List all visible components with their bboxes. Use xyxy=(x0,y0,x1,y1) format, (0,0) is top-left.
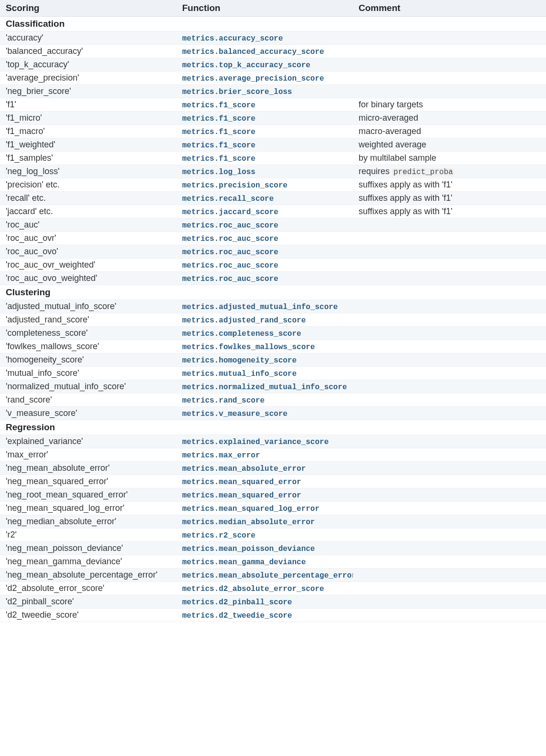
function-cell: metrics.adjusted_rand_score xyxy=(176,313,353,327)
function-link[interactable]: metrics.completeness_score xyxy=(182,330,301,338)
function-link[interactable]: metrics.mean_absolute_error xyxy=(182,465,306,473)
function-link[interactable]: metrics.f1_score xyxy=(182,155,256,163)
function-link[interactable]: metrics.mean_squared_log_error xyxy=(182,505,319,513)
header-comment: Comment xyxy=(353,0,546,17)
scoring-cell: 'normalized_mutual_info_score' xyxy=(0,380,176,394)
table-row: 'neg_mean_poisson_deviance'metrics.mean_… xyxy=(0,542,546,555)
function-cell: metrics.f1_score xyxy=(176,138,353,152)
scoring-value: 'balanced_accuracy' xyxy=(6,46,83,56)
function-link[interactable]: metrics.f1_score xyxy=(182,114,256,123)
function-link[interactable]: metrics.explained_variance_score xyxy=(182,438,329,446)
scoring-cell: 'max_error' xyxy=(0,448,176,462)
comment-cell xyxy=(353,502,546,515)
scoring-value: 'normalized_mutual_info_score' xyxy=(6,382,126,391)
function-link[interactable]: metrics.mutual_info_score xyxy=(182,370,297,378)
comment-cell: for binary targets xyxy=(353,98,546,112)
function-cell: metrics.f1_score xyxy=(176,112,353,125)
function-link[interactable]: metrics.roc_auc_score xyxy=(182,235,278,243)
function-link[interactable]: metrics.roc_auc_score xyxy=(182,221,278,230)
function-link[interactable]: metrics.f1_score xyxy=(182,141,256,150)
function-link[interactable]: metrics.homogeneity_score xyxy=(182,356,297,365)
comment-text: suffixes apply as with 'f1' xyxy=(359,180,453,189)
table-row: 'explained_variance'metrics.explained_va… xyxy=(0,435,546,448)
table-row: 'f1_samples'metrics.f1_scoreby multilabe… xyxy=(0,152,546,165)
table-row: 'roc_auc_ovo_weighted'metrics.roc_auc_sc… xyxy=(0,272,546,285)
function-link[interactable]: metrics.jaccard_score xyxy=(182,208,278,217)
function-cell: metrics.mean_gamma_deviance xyxy=(176,555,353,569)
scoring-value: 'jaccard' etc. xyxy=(6,207,53,216)
function-link[interactable]: metrics.mean_poisson_deviance xyxy=(182,545,315,553)
comment-cell xyxy=(353,394,546,407)
comment-cell xyxy=(353,85,546,98)
function-link[interactable]: metrics.log_loss xyxy=(182,168,256,176)
comment-cell xyxy=(353,58,546,72)
table-row: 'neg_median_absolute_error'metrics.media… xyxy=(0,515,546,528)
scoring-cell: 'neg_root_mean_squared_error' xyxy=(0,488,176,502)
function-link[interactable]: metrics.average_precision_score xyxy=(182,74,324,83)
table-row: 'adjusted_mutual_info_score'metrics.adju… xyxy=(0,300,546,313)
function-link[interactable]: metrics.mean_absolute_percentage_error xyxy=(182,571,353,580)
function-link[interactable]: metrics.mean_gamma_deviance xyxy=(182,558,306,567)
function-cell: metrics.precision_score xyxy=(176,178,353,192)
function-link[interactable]: metrics.recall_score xyxy=(182,195,274,203)
scoring-cell: 'neg_mean_gamma_deviance' xyxy=(0,555,176,569)
scoring-value: 'adjusted_mutual_info_score' xyxy=(6,301,116,311)
scoring-cell: 'average_precision' xyxy=(0,72,176,85)
function-link[interactable]: metrics.f1_score xyxy=(182,101,256,110)
function-link[interactable]: metrics.v_measure_score xyxy=(182,410,288,418)
scoring-value: 'average_precision' xyxy=(6,73,79,83)
function-link[interactable]: metrics.d2_absolute_error_score xyxy=(182,585,324,593)
table-row: 'f1_micro'metrics.f1_scoremicro-averaged xyxy=(0,112,546,125)
function-link[interactable]: metrics.d2_pinball_score xyxy=(182,598,292,607)
comment-text: suffixes apply as with 'f1' xyxy=(359,207,453,216)
scoring-cell: 'v_measure_score' xyxy=(0,407,176,420)
function-link[interactable]: metrics.roc_auc_score xyxy=(182,248,278,257)
comment-cell: requires predict_proba xyxy=(353,165,546,178)
function-cell: metrics.mean_absolute_percentage_error xyxy=(176,569,353,582)
function-link[interactable]: metrics.accuracy_score xyxy=(182,34,283,43)
function-link[interactable]: metrics.f1_score xyxy=(182,128,256,136)
function-link[interactable]: metrics.fowlkes_mallows_score xyxy=(182,343,315,352)
table-row: 'neg_brier_score'metrics.brier_score_los… xyxy=(0,85,546,98)
function-link[interactable]: metrics.median_absolute_error xyxy=(182,518,315,527)
comment-cell: micro-averaged xyxy=(353,112,546,125)
function-link[interactable]: metrics.mean_squared_error xyxy=(182,491,301,500)
scoring-value: 'recall' etc. xyxy=(6,193,46,203)
scoring-value: 'fowlkes_mallows_score' xyxy=(6,342,99,351)
function-link[interactable]: metrics.top_k_accuracy_score xyxy=(182,61,310,70)
function-link[interactable]: metrics.mean_squared_error xyxy=(182,478,301,487)
header-scoring: Scoring xyxy=(0,0,176,17)
function-link[interactable]: metrics.r2_score xyxy=(182,531,256,540)
comment-cell xyxy=(353,232,546,245)
function-link[interactable]: metrics.adjusted_mutual_info_score xyxy=(182,303,338,311)
scoring-cell: 'neg_median_absolute_error' xyxy=(0,515,176,528)
scoring-value: 'f1' xyxy=(6,100,16,109)
comment-cell xyxy=(353,45,546,58)
table-row: 'max_error'metrics.max_error xyxy=(0,448,546,462)
function-link[interactable]: metrics.d2_tweedie_score xyxy=(182,611,292,620)
comment-text: suffixes apply as with 'f1' xyxy=(359,193,453,203)
scoring-cell: 'neg_mean_squared_error' xyxy=(0,475,176,488)
function-link[interactable]: metrics.normalized_mutual_info_score xyxy=(182,383,347,392)
function-cell: metrics.d2_pinball_score xyxy=(176,595,353,609)
comment-cell xyxy=(353,313,546,327)
scoring-value: 'f1_macro' xyxy=(6,126,45,136)
function-link[interactable]: metrics.precision_score xyxy=(182,181,288,190)
function-link[interactable]: metrics.brier_score_loss xyxy=(182,88,292,96)
function-link[interactable]: metrics.adjusted_rand_score xyxy=(182,316,306,325)
function-link[interactable]: metrics.roc_auc_score xyxy=(182,275,278,283)
function-link[interactable]: metrics.max_error xyxy=(182,451,260,460)
scoring-cell: 'neg_log_loss' xyxy=(0,165,176,178)
table-row: 'f1_macro'metrics.f1_scoremacro-averaged xyxy=(0,125,546,138)
function-link[interactable]: metrics.rand_score xyxy=(182,396,265,405)
scoring-cell: 'rand_score' xyxy=(0,394,176,407)
scoring-value: 'precision' etc. xyxy=(6,180,60,189)
scoring-value: 'neg_root_mean_squared_error' xyxy=(6,490,128,499)
table-row: 'v_measure_score'metrics.v_measure_score xyxy=(0,407,546,420)
table-row: 'homogeneity_score'metrics.homogeneity_s… xyxy=(0,353,546,367)
comment-text: for binary targets xyxy=(359,100,423,109)
scoring-value: 'neg_mean_poisson_deviance' xyxy=(6,543,123,553)
function-link[interactable]: metrics.balanced_accuracy_score xyxy=(182,48,324,56)
function-link[interactable]: metrics.roc_auc_score xyxy=(182,261,278,270)
scoring-value: 'f1_weighted' xyxy=(6,140,55,149)
